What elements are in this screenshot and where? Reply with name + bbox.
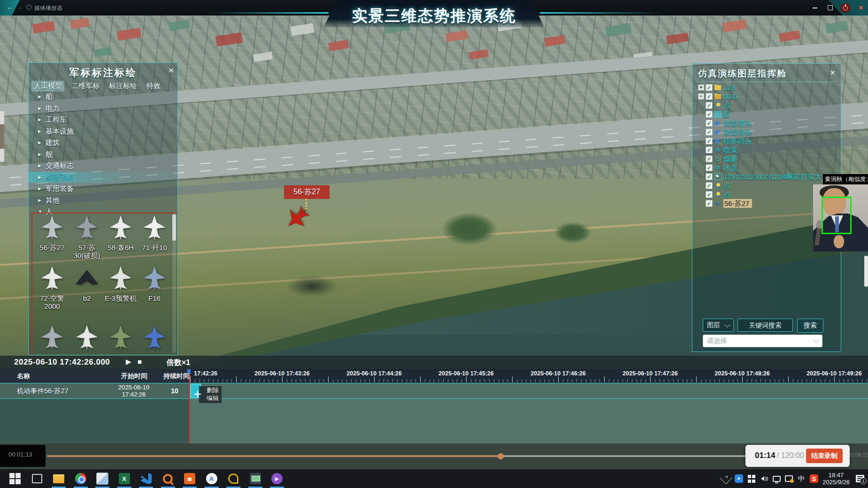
su27-plane-marker[interactable]	[284, 205, 311, 233]
tray-chevron-icon[interactable]: ^	[720, 472, 732, 484]
play-button[interactable]: ▶	[126, 358, 131, 366]
windows-apps-icon[interactable]	[747, 474, 756, 483]
model-56-苏27[interactable]: 56-苏27	[35, 214, 69, 252]
model-b2[interactable]: b2	[70, 265, 104, 302]
checkbox-checked[interactable]: ✓	[706, 102, 713, 109]
layer-item-点[interactable]: ✓点	[692, 101, 841, 110]
model-partial[interactable]	[35, 324, 69, 353]
close-icon[interactable]: ×	[830, 68, 835, 78]
layer-item-面[interactable]: ✓面	[692, 110, 841, 119]
layer-item-123[interactable]: +✓123	[692, 83, 841, 92]
checkbox-checked[interactable]: ✓	[706, 120, 713, 127]
layer-item-攻击箭头[interactable]: ✓攻击箭头	[692, 119, 841, 128]
tab-特效[interactable]: 特效	[144, 81, 163, 92]
stop-recording-button[interactable]: 结束录制	[806, 449, 843, 463]
tab-人工模型[interactable]: 人工模型	[31, 81, 64, 92]
checkbox-checked[interactable]: ✓	[706, 111, 713, 118]
menu-item-delete[interactable]: 删除	[207, 386, 219, 394]
progress-bar-remaining[interactable]	[500, 455, 745, 457]
event-row[interactable]: 机动事件56-苏27 2025-06-1017:42:26 10	[0, 383, 868, 399]
model-F16[interactable]: F16	[138, 265, 171, 302]
checkbox-checked[interactable]: ✓	[706, 173, 713, 180]
tab-二维军标[interactable]: 二维军标	[69, 81, 102, 92]
orange-app-icon[interactable]: ◙	[180, 471, 199, 487]
playhead-line[interactable]	[189, 370, 190, 443]
checkbox-checked[interactable]: ✓	[706, 164, 713, 171]
tree-item-军用飞机[interactable]: ▶军用飞机	[29, 172, 177, 183]
snipping-tool-icon[interactable]	[246, 471, 265, 487]
tree-item-电力[interactable]: ▶电力	[29, 103, 177, 114]
maximize-button[interactable]	[826, 4, 834, 12]
ime-indicator[interactable]: 中	[797, 474, 806, 483]
model-E-3预警机[interactable]: E-3预警机	[104, 265, 138, 302]
checkbox-checked[interactable]: ✓	[706, 84, 713, 91]
power-button[interactable]	[841, 3, 850, 13]
task-view-icon[interactable]	[28, 471, 46, 487]
start-button[interactable]	[6, 471, 24, 487]
notification-center-icon[interactable]: 1	[856, 475, 864, 482]
search-tool-icon[interactable]	[159, 471, 177, 487]
navicat-icon[interactable]	[224, 471, 243, 487]
model-72-空警2000[interactable]: 72-空警2000	[35, 265, 69, 310]
tree-item-军用装备[interactable]: ▶军用装备	[29, 183, 177, 195]
right-edge-scrollbar[interactable]	[864, 256, 868, 287]
layer-type-select[interactable]: 图层	[703, 319, 734, 332]
stop-button[interactable]: ■	[138, 358, 142, 366]
tab-标注标绘[interactable]: 标注标绘	[107, 81, 139, 92]
speed-label[interactable]: 倍数×1	[167, 358, 190, 368]
model-partial[interactable]	[104, 324, 138, 353]
model-57-苏30(破损)[interactable]: 57-苏30(破损)	[70, 214, 104, 259]
keyword-search-input[interactable]	[737, 319, 793, 332]
volume-icon[interactable]	[760, 474, 768, 483]
tree-item-舰[interactable]: ▶舰	[29, 149, 177, 160]
forward-arrow-icon[interactable]: →	[16, 3, 23, 11]
layer-item-00.0[interactable]: −✓00.0	[692, 92, 841, 101]
layer-item-攻击箭头[interactable]: ✓攻击箭头	[692, 128, 841, 137]
tray-clock[interactable]: 18:47 2025/9/26	[822, 472, 850, 486]
tree-item-基本设施[interactable]: ▶基本设施	[29, 126, 177, 137]
map-unit-label[interactable]: 56-苏27	[284, 185, 330, 199]
chrome-icon[interactable]	[71, 471, 90, 487]
model-grid-scrollbar[interactable]	[172, 214, 176, 353]
checkbox-checked[interactable]: ✓	[706, 146, 713, 153]
sogou-input-icon[interactable]: S	[810, 474, 818, 483]
notepad-icon[interactable]	[93, 471, 112, 487]
checkbox-checked[interactable]: ✓	[706, 200, 713, 207]
checkbox-checked[interactable]: ✓	[706, 137, 713, 145]
layer-item-喷泉[interactable]: ✓≋喷泉	[692, 145, 841, 154]
model-58-轰6H[interactable]: 58-轰6H	[104, 214, 138, 252]
network-icon[interactable]	[773, 476, 781, 482]
model-partial[interactable]	[70, 324, 104, 353]
playhead-pin[interactable]	[187, 369, 191, 374]
layer-item-烟雾[interactable]: ✓♨烟雾	[692, 154, 841, 163]
search-button[interactable]: 搜索	[797, 319, 823, 333]
expander-icon[interactable]: −	[698, 93, 704, 99]
layer-select-dropdown[interactable]: 请选择	[703, 335, 822, 347]
tree-item-工程车[interactable]: ▶工程车	[29, 114, 177, 126]
model-partial[interactable]	[138, 324, 171, 353]
pointer-app-icon[interactable]	[735, 474, 743, 483]
checkbox-checked[interactable]: ✓	[706, 182, 713, 189]
tree-item-建筑[interactable]: ▶建筑	[29, 137, 177, 149]
tree-item-船[interactable]: ▶船	[29, 91, 177, 103]
layer-item-水流[interactable]: ✓≋水流	[692, 163, 841, 172]
tree-item-其他[interactable]: ▶其他	[29, 195, 177, 206]
file-explorer-icon[interactable]	[49, 471, 68, 487]
event-lane[interactable]	[190, 383, 868, 398]
progress-bar-played[interactable]	[47, 455, 500, 457]
expander-icon[interactable]: +	[698, 84, 704, 91]
timeline-ruler[interactable]: 17:42:262025-06-10 17:43:262025-06-10 17…	[190, 369, 868, 383]
model-71-歼10[interactable]: 71-歼10	[138, 214, 171, 252]
close-button[interactable]: ×	[857, 4, 865, 12]
back-arrow-icon[interactable]: ←	[7, 3, 13, 11]
progress-handle[interactable]	[498, 453, 504, 459]
checkbox-checked[interactable]: ✓	[706, 191, 713, 198]
tree-item-交通标志[interactable]: ▶交通标志	[29, 160, 177, 172]
excel-icon[interactable]: X	[115, 471, 134, 487]
layer-item-钳形箭头[interactable]: ✓钳形箭头	[692, 137, 841, 145]
minimize-button[interactable]	[811, 4, 819, 12]
checkbox-checked[interactable]: ✓	[706, 93, 713, 100]
vscode-icon[interactable]	[137, 471, 155, 487]
app-a-icon[interactable]: A	[202, 471, 221, 487]
close-icon[interactable]: ×	[169, 65, 174, 76]
